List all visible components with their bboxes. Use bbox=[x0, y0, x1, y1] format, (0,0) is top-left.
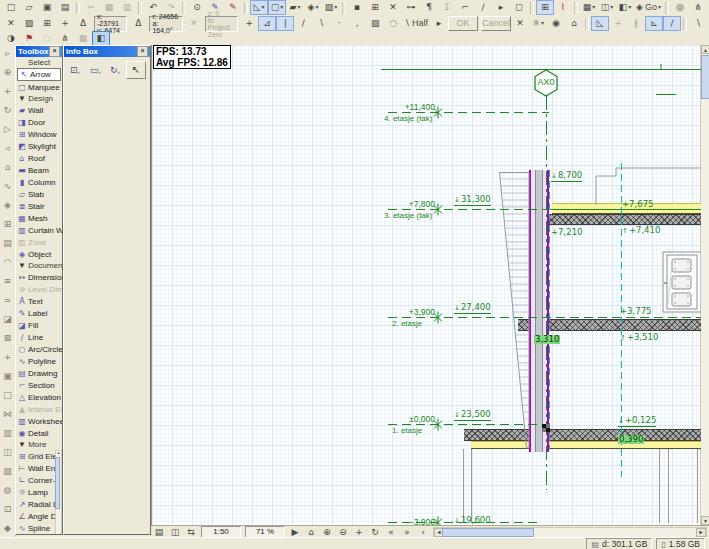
project-zero-plus-button[interactable]: + bbox=[240, 16, 258, 31]
coordinate-origin-button[interactable]: ▨ bbox=[20, 16, 38, 31]
strip-layers-button[interactable]: ≡ bbox=[0, 275, 16, 288]
angle-toggle-button[interactable]: ⊿ bbox=[258, 16, 276, 31]
toolbox-item-corner[interactable]: ∟Corner-... bbox=[16, 474, 55, 486]
toolbox-section-select[interactable]: Select bbox=[16, 57, 62, 68]
scroll-down-icon[interactable]: ▼ bbox=[701, 516, 709, 525]
box-mode-button[interactable]: ▦ bbox=[74, 31, 92, 46]
infobox-close-icon[interactable]: × bbox=[137, 46, 148, 57]
relative-coords-button[interactable]: + bbox=[56, 16, 74, 31]
strip-frame-button[interactable]: ⊠ bbox=[0, 332, 16, 345]
strip-window-button[interactable]: ◫ bbox=[0, 446, 16, 459]
3d-cutaway-button[interactable]: ◑ bbox=[2, 31, 20, 46]
ungroup-button[interactable]: ✕ bbox=[384, 0, 402, 15]
line-45-button[interactable]: ∕ bbox=[294, 16, 312, 31]
snap-half-button[interactable]: ‚ bbox=[348, 16, 366, 31]
toolbox-item-object[interactable]: ◈Object bbox=[16, 248, 62, 260]
go-dropdown-icon[interactable]: ▾ bbox=[658, 2, 661, 13]
fly-mode-button[interactable]: ◧ bbox=[92, 31, 110, 46]
magic-wand-button[interactable]: ∖ bbox=[689, 16, 707, 31]
toolbox-item-window[interactable]: ⊞Window bbox=[16, 128, 62, 140]
strip-box-button[interactable]: □ bbox=[0, 389, 16, 402]
toolbox-item-dimension[interactable]: ↔Dimension bbox=[16, 271, 62, 283]
r-value[interactable]: 24656 bbox=[159, 13, 178, 20]
toolbox-item-door[interactable]: ◨Door bbox=[16, 116, 62, 128]
toolbox-item-arc-circle[interactable]: ○Arc/Circle bbox=[16, 343, 62, 355]
strip-mesh-button[interactable]: ⋈ bbox=[0, 408, 16, 421]
strip-object-button[interactable]: ◈ bbox=[0, 199, 16, 212]
z-coordinate-box[interactable]: z: 0 to Project Zero bbox=[205, 16, 238, 32]
snap-grid-button[interactable]: ▨ bbox=[366, 16, 384, 31]
rotate-marquee-icon[interactable]: ↻, bbox=[110, 65, 120, 75]
strip-rotate-button[interactable]: ⊕ bbox=[0, 66, 16, 79]
toolbox-item-elevation[interactable]: △Elevation bbox=[16, 391, 62, 403]
strip-grid-button[interactable]: ⊞ bbox=[0, 218, 16, 231]
3d-window-button[interactable]: ◧▾ bbox=[616, 0, 634, 15]
a-value[interactable]: 164,0° bbox=[152, 27, 172, 34]
toolbox-item-slab[interactable]: ▱Slab bbox=[16, 188, 62, 200]
marquee-tool-button[interactable]: ▢▾ bbox=[268, 0, 286, 15]
snap-plus-button[interactable]: + bbox=[609, 16, 627, 31]
toolbox-section-document[interactable]: ▼ Document bbox=[16, 260, 62, 271]
toolbox-item-interior-ele[interactable]: ▲Interior Ele... bbox=[16, 403, 62, 415]
section-drawing-canvas[interactable]: FPS: 13.73 Avg FPS: 12.86 AX0 +11,400 4.… bbox=[151, 45, 701, 525]
play-button[interactable]: ▸ bbox=[492, 0, 510, 15]
frame-button[interactable]: ◻ bbox=[510, 0, 528, 15]
strip-circle-button[interactable]: ◍ bbox=[0, 484, 16, 497]
strip-plot-button[interactable]: ⊡ bbox=[0, 503, 16, 516]
toolbox-item-roof[interactable]: ⌂Roof bbox=[16, 152, 62, 164]
cutting-plane-button[interactable]: ⌇ bbox=[554, 0, 572, 15]
arrow-tool-button[interactable]: ◺▾ bbox=[250, 0, 268, 15]
toolbox-item-spline[interactable]: ∿Spline bbox=[16, 522, 55, 534]
toolbox-item-mesh[interactable]: ▦Mesh bbox=[16, 212, 62, 224]
corner-style-button[interactable]: ⌐ bbox=[456, 0, 474, 15]
fill-tool-dropdown-icon[interactable]: ▾ bbox=[334, 2, 337, 13]
text-style-button[interactable]: ¶ bbox=[420, 0, 438, 15]
toolbox-item-arrow[interactable]: ↖Arrow bbox=[17, 68, 61, 81]
marquee-shape-icon[interactable]: ▭, bbox=[90, 65, 101, 75]
infobox-titlebar[interactable]: Info Box × bbox=[64, 46, 150, 57]
print-button[interactable]: ▤ bbox=[56, 0, 74, 15]
arrow-settings-button[interactable]: ↖ bbox=[126, 61, 146, 79]
floor-plan-window-button[interactable]: ▦▾ bbox=[580, 0, 598, 15]
more-scroll-up-icon[interactable]: ▲ bbox=[55, 450, 62, 456]
cancel-button[interactable]: Cancel bbox=[481, 16, 511, 31]
strip-hatch-button[interactable]: ▧ bbox=[0, 465, 16, 478]
open-button[interactable]: ▱ bbox=[20, 0, 38, 15]
toolbox-item-label[interactable]: ✎Label bbox=[16, 307, 62, 319]
toolbox-titlebar[interactable]: Toolbox × bbox=[16, 46, 62, 57]
floor-plan-window-dropdown-icon[interactable]: ▾ bbox=[592, 2, 595, 13]
toolbox-item-hotspot[interactable]: ∗Hotspot bbox=[16, 534, 55, 535]
fix-toggle-button[interactable]: ∣ bbox=[276, 16, 294, 31]
arrow-tool-dropdown-icon[interactable]: ▾ bbox=[261, 2, 264, 13]
toolbox-item-wall[interactable]: ▰Wall bbox=[16, 104, 62, 116]
scroll-right-icon[interactable]: ► bbox=[696, 528, 706, 537]
go-button[interactable]: ◈Go▾ bbox=[634, 0, 663, 15]
key-button[interactable]: ⌂ bbox=[565, 16, 583, 31]
new-button[interactable]: □ bbox=[2, 0, 20, 15]
grid-rotate-button[interactable]: ⊞ bbox=[38, 16, 56, 31]
more-options-button[interactable]: ▸ bbox=[430, 16, 448, 31]
strip-fill-button[interactable]: ◪ bbox=[0, 313, 16, 326]
more-scroll-thumb[interactable] bbox=[55, 457, 60, 509]
wall-tool-button[interactable]: ▰▾ bbox=[286, 0, 304, 15]
group-button[interactable]: ⊞ bbox=[366, 0, 384, 15]
toolbox-item-marquee[interactable]: ▢Marquee bbox=[16, 81, 62, 93]
strip-star-button[interactable]: ◆ bbox=[0, 522, 16, 535]
ra-coordinate-box[interactable]: r: 24656 a: 164,0° bbox=[149, 16, 182, 32]
gravity-button[interactable]: ✕ bbox=[185, 16, 203, 31]
lock-button[interactable]: ▪ bbox=[348, 0, 366, 15]
strip-align-button[interactable]: ≃ bbox=[0, 294, 16, 307]
orbit-button[interactable]: ◎ bbox=[671, 0, 689, 15]
toolbox-item-column[interactable]: ▮Column bbox=[16, 176, 62, 188]
cancel-input-button[interactable]: ✕ bbox=[511, 16, 529, 31]
toolbox-item-section[interactable]: ⌐Section bbox=[16, 379, 62, 391]
toolbox-section-design[interactable]: ▼ Design bbox=[16, 93, 62, 104]
ok-button[interactable]: OK bbox=[448, 16, 478, 31]
half-button[interactable]: ∖Half bbox=[402, 16, 430, 31]
strip-move-button[interactable]: + bbox=[0, 85, 16, 98]
find-select-button[interactable]: ⊙ bbox=[188, 0, 206, 15]
toolbox-item-level-dime[interactable]: ⊕Level Dime... bbox=[16, 283, 62, 295]
snap-perpendicular-button[interactable]: ⊾ bbox=[645, 16, 663, 31]
sun-settings-button[interactable]: ☼▾ bbox=[529, 16, 547, 31]
explore-mode-button[interactable]: ⋔ bbox=[56, 31, 74, 46]
